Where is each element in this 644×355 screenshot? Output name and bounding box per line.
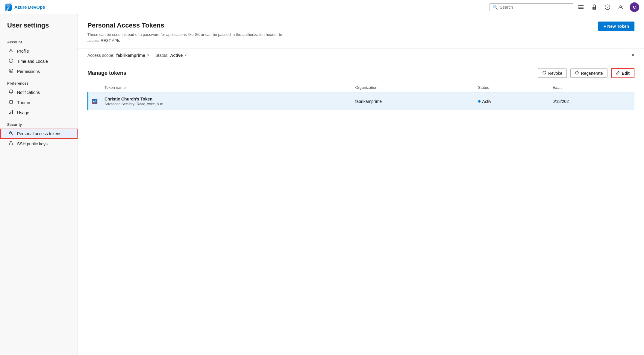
table-header-row: Token name Organization Status Ex... ↓ [88, 83, 635, 92]
access-scope-filter[interactable]: Access scope: fabrikamprime ∨ [87, 53, 149, 58]
th-expiry[interactable]: Ex... ↓ [549, 83, 634, 92]
filter-close-icon[interactable]: × [631, 52, 634, 58]
search-icon: 🔍 [493, 5, 498, 10]
status-chevron-icon: ∨ [184, 53, 187, 57]
revoke-button[interactable]: Revoke [538, 68, 567, 78]
regenerate-button[interactable]: Regenerate [570, 68, 607, 78]
revoke-icon [542, 71, 546, 76]
sidebar-item-time-locale-label: Time and Locale [17, 59, 48, 64]
page-header-text: Personal Access Tokens These can be used… [87, 22, 291, 43]
regenerate-icon [575, 71, 579, 76]
sidebar-item-profile[interactable]: Profile [0, 46, 78, 56]
manage-title: Manage tokens [87, 70, 534, 76]
token-status: Activ [478, 99, 545, 104]
svg-point-10 [620, 6, 622, 7]
new-token-button[interactable]: + New Token [598, 22, 634, 31]
svg-rect-0 [579, 5, 584, 6]
sidebar-item-personal-access-tokens-label: Personal access tokens [17, 131, 61, 136]
svg-rect-17 [12, 110, 13, 114]
edit-label: Edit [622, 71, 630, 76]
sidebar-item-usage-label: Usage [17, 110, 29, 115]
svg-point-21 [11, 144, 11, 144]
page-description: These can be used instead of a password … [87, 32, 291, 43]
svg-text:?: ? [607, 5, 608, 9]
token-expiry-cell: 6/18/202 [549, 92, 634, 111]
table-row[interactable]: Christie Church's Token Advanced Securit… [88, 92, 635, 111]
svg-rect-3 [578, 5, 579, 6]
token-name: Christie Church's Token [104, 97, 348, 101]
svg-rect-5 [578, 8, 579, 9]
page-title: Personal Access Tokens [87, 22, 291, 29]
svg-rect-15 [9, 113, 10, 114]
token-name-cell: Christie Church's Token Advanced Securit… [101, 92, 351, 111]
scope-label: Access scope: [87, 53, 114, 58]
layout: User settings Account Profile Time and L… [0, 14, 644, 355]
status-label: Status: [155, 53, 169, 58]
sidebar-item-notifications[interactable]: Notifications [0, 87, 78, 97]
permissions-icon [8, 68, 14, 74]
topnav: Azure DevOps 🔍 ? [0, 0, 644, 14]
scope-chevron-icon: ∨ [147, 53, 149, 57]
token-org-cell: fabrikamprime [351, 92, 474, 111]
theme-icon [8, 100, 14, 106]
status-value: Active [170, 53, 183, 58]
account-settings-icon[interactable] [616, 3, 625, 11]
th-expiry-label: Ex... [552, 85, 560, 90]
manage-section: Manage tokens Revoke Regenerate [78, 62, 644, 116]
svg-point-7 [594, 7, 595, 8]
task-list-icon[interactable] [577, 3, 585, 11]
main-content: Personal Access Tokens These can be used… [78, 14, 644, 355]
lock-icon[interactable] [590, 3, 598, 11]
status-text: Activ [482, 99, 491, 104]
sidebar-item-permissions[interactable]: Permissions [0, 66, 78, 77]
svg-point-19 [10, 132, 11, 133]
sidebar-item-personal-access-tokens[interactable]: Personal access tokens [0, 129, 78, 139]
ssh-public-keys-icon [8, 141, 14, 147]
search-input[interactable] [500, 5, 570, 10]
sort-desc-icon: ↓ [561, 85, 563, 90]
th-token-name: Token name [101, 83, 351, 92]
notifications-icon [8, 89, 14, 95]
search-box[interactable]: 🔍 [490, 3, 573, 11]
svg-rect-16 [10, 112, 11, 114]
svg-rect-1 [579, 7, 584, 7]
manage-header: Manage tokens Revoke Regenerate [87, 68, 634, 78]
filter-bar: Access scope: fabrikamprime ∨ Status: Ac… [78, 48, 644, 62]
sidebar-item-theme[interactable]: Theme [0, 97, 78, 108]
status-filter[interactable]: Status: Active ∨ [155, 53, 187, 58]
revoke-label: Revoke [548, 71, 562, 76]
token-description: Advanced Security (Read, write, & m... [104, 102, 348, 106]
sidebar-item-time-locale[interactable]: Time and Locale [0, 56, 78, 66]
logo[interactable]: Azure DevOps [5, 4, 45, 11]
scope-value: fabrikamprime [116, 53, 145, 58]
th-organization: Organization [351, 83, 474, 92]
help-icon[interactable]: ? [603, 3, 612, 11]
token-checkbox-cell[interactable] [88, 92, 101, 111]
th-checkbox [88, 83, 101, 92]
topnav-icons: ? C [577, 2, 639, 12]
edit-button[interactable]: Edit [611, 68, 634, 78]
usage-icon [8, 110, 14, 116]
sidebar-item-ssh-public-keys[interactable]: SSH public keys [0, 139, 78, 149]
th-status: Status [475, 83, 549, 92]
profile-icon [8, 48, 14, 54]
page-header: Personal Access Tokens These can be used… [78, 14, 644, 48]
personal-access-tokens-icon [8, 131, 14, 137]
svg-rect-4 [578, 7, 579, 7]
sidebar-item-usage[interactable]: Usage [0, 108, 78, 118]
svg-point-11 [10, 49, 12, 51]
regenerate-label: Regenerate [581, 71, 603, 76]
sidebar-section-preferences: Preferences [0, 77, 78, 87]
sidebar: User settings Account Profile Time and L… [0, 14, 78, 355]
sidebar-item-theme-label: Theme [17, 100, 30, 105]
sidebar-item-ssh-public-keys-label: SSH public keys [17, 141, 48, 146]
token-table: Token name Organization Status Ex... ↓ [87, 83, 634, 110]
sidebar-section-account: Account [0, 35, 78, 46]
edit-icon [616, 71, 620, 76]
sidebar-item-profile-label: Profile [17, 49, 29, 54]
sidebar-section-security: Security [0, 118, 78, 129]
user-avatar[interactable]: C [630, 2, 639, 12]
logo-text: Azure DevOps [14, 4, 45, 10]
token-status-cell: Activ [475, 92, 549, 111]
token-checkbox[interactable] [92, 99, 97, 104]
